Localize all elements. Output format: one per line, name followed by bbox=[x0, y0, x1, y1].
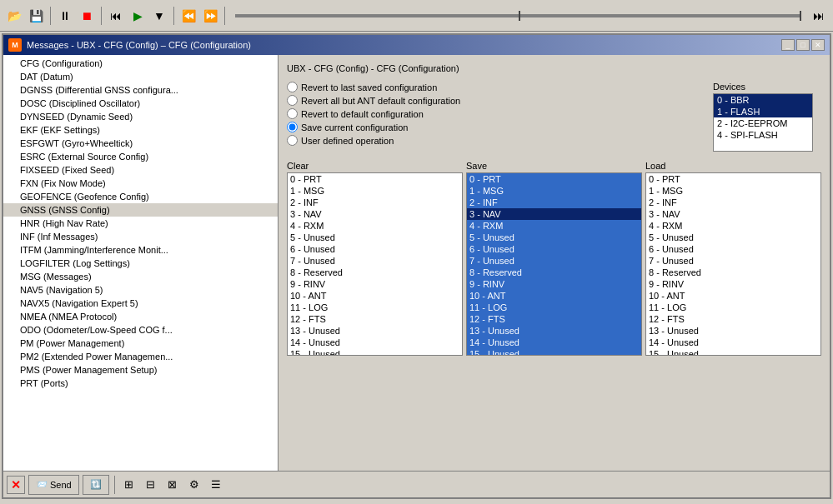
clear-item-12[interactable]: 12 - FTS bbox=[288, 313, 462, 325]
step-back-icon[interactable]: ⏮ bbox=[107, 7, 125, 25]
radio-revert-last[interactable] bbox=[287, 82, 298, 92]
clear-item-7[interactable]: 7 - Unused bbox=[288, 255, 462, 267]
save-list[interactable]: 0 - PRT 1 - MSG 2 - INF 3 - NAV 4 - RXM … bbox=[466, 172, 642, 356]
save-icon[interactable]: 💾 bbox=[27, 7, 45, 25]
nav-item-ekf[interactable]: EKF (EKF Settings) bbox=[3, 123, 278, 137]
load-list[interactable]: 0 - PRT 1 - MSG 2 - INF 3 - NAV 4 - RXM … bbox=[645, 172, 821, 356]
fast-forward-icon[interactable]: ⏩ bbox=[201, 7, 219, 25]
radio-revert-ant[interactable] bbox=[287, 95, 298, 106]
nav-item-pm[interactable]: PM (Power Management) bbox=[3, 337, 278, 350]
nav-item-dat[interactable]: DAT (Datum) bbox=[3, 70, 278, 83]
close-button[interactable]: ✕ bbox=[811, 39, 825, 51]
load-item-8[interactable]: 8 - Reserved bbox=[646, 267, 820, 278]
save-item-11[interactable]: 11 - LOG bbox=[467, 302, 641, 313]
play-icon[interactable]: ▶ bbox=[128, 7, 147, 25]
load-item-6[interactable]: 6 - Unused bbox=[646, 243, 820, 255]
clear-item-10[interactable]: 10 - ANT bbox=[288, 290, 462, 302]
radio-save-current[interactable] bbox=[287, 122, 298, 132]
nav-item-gnss[interactable]: GNSS (GNSS Config) bbox=[3, 203, 278, 217]
save-item-13[interactable]: 13 - Unused bbox=[467, 325, 641, 337]
save-item-15[interactable]: 15 - Unused bbox=[467, 348, 641, 356]
device-item-i2c[interactable]: 2 - I2C-EEPROM bbox=[714, 117, 812, 129]
nav-item-esrc[interactable]: ESRC (External Source Config) bbox=[3, 150, 278, 163]
clear-item-4[interactable]: 4 - RXM bbox=[288, 220, 462, 232]
pause-icon[interactable]: ⏸ bbox=[56, 7, 74, 25]
clear-item-5[interactable]: 5 - Unused bbox=[288, 232, 462, 243]
save-item-3[interactable]: 3 - NAV bbox=[467, 208, 641, 220]
save-item-9[interactable]: 9 - RINV bbox=[467, 278, 641, 290]
nav-item-prt[interactable]: PRT (Ports) bbox=[3, 377, 278, 390]
nav-item-fxn[interactable]: FXN (Fix Now Mode) bbox=[3, 177, 278, 190]
clear-item-6[interactable]: 6 - Unused bbox=[288, 243, 462, 255]
tool-icon-2[interactable]: ⊟ bbox=[142, 476, 160, 494]
nav-item-geofence[interactable]: GEOFENCE (Geofence Config) bbox=[3, 190, 278, 203]
load-item-7[interactable]: 7 - Unused bbox=[646, 255, 820, 267]
nav-item-dosc[interactable]: DOSC (Disciplined Oscillator) bbox=[3, 97, 278, 110]
save-item-10[interactable]: 10 - ANT bbox=[467, 290, 641, 302]
save-item-0[interactable]: 0 - PRT bbox=[467, 173, 641, 185]
dropdown-icon[interactable]: ▼ bbox=[150, 7, 168, 25]
poll-button[interactable]: 🔃 bbox=[83, 475, 109, 495]
clear-item-8[interactable]: 8 - Reserved bbox=[288, 267, 462, 278]
devices-list[interactable]: 0 - BBR 1 - FLASH 2 - I2C-EEPROM 4 - SPI… bbox=[713, 93, 813, 152]
nav-item-msg[interactable]: MSG (Messages) bbox=[3, 270, 278, 283]
send-button[interactable]: 📨 Send bbox=[28, 475, 79, 495]
save-item-14[interactable]: 14 - Unused bbox=[467, 337, 641, 348]
tool-icon-5[interactable]: ☰ bbox=[207, 476, 225, 494]
device-item-flash[interactable]: 1 - FLASH bbox=[714, 106, 812, 117]
nav-item-itfm[interactable]: ITFM (Jamming/Interference Monit... bbox=[3, 243, 278, 257]
save-item-7[interactable]: 7 - Unused bbox=[467, 255, 641, 267]
load-item-2[interactable]: 2 - INF bbox=[646, 197, 820, 208]
radio-revert-default[interactable] bbox=[287, 108, 298, 119]
save-item-4[interactable]: 4 - RXM bbox=[467, 220, 641, 232]
device-item-bbr[interactable]: 0 - BBR bbox=[714, 94, 812, 106]
clear-item-2[interactable]: 2 - INF bbox=[288, 197, 462, 208]
save-item-6[interactable]: 6 - Unused bbox=[467, 243, 641, 255]
save-item-12[interactable]: 12 - FTS bbox=[467, 313, 641, 325]
tool-icon-4[interactable]: ⚙ bbox=[185, 476, 203, 494]
clear-item-1[interactable]: 1 - MSG bbox=[288, 185, 462, 197]
tool-icon-1[interactable]: ⊞ bbox=[120, 476, 138, 494]
clear-item-15[interactable]: 15 - Unused bbox=[288, 348, 462, 356]
clear-item-3[interactable]: 3 - NAV bbox=[288, 208, 462, 220]
load-item-1[interactable]: 1 - MSG bbox=[646, 185, 820, 197]
maximize-button[interactable]: □ bbox=[796, 39, 810, 51]
playback-slider[interactable] bbox=[235, 14, 801, 17]
rewind-icon[interactable]: ⏪ bbox=[179, 7, 198, 25]
clear-list[interactable]: 0 - PRT 1 - MSG 2 - INF 3 - NAV 4 - RXM … bbox=[287, 172, 463, 356]
nav-item-esfgwt[interactable]: ESFGWT (Gyro+Wheeltick) bbox=[3, 137, 278, 150]
load-item-11[interactable]: 11 - LOG bbox=[646, 302, 820, 313]
clear-item-14[interactable]: 14 - Unused bbox=[288, 337, 462, 348]
save-item-5[interactable]: 5 - Unused bbox=[467, 232, 641, 243]
nav-item-nmea[interactable]: NMEA (NMEA Protocol) bbox=[3, 310, 278, 323]
device-item-spi[interactable]: 4 - SPI-FLASH bbox=[714, 129, 812, 141]
clear-item-0[interactable]: 0 - PRT bbox=[288, 173, 462, 185]
load-item-5[interactable]: 5 - Unused bbox=[646, 232, 820, 243]
radio-user-defined[interactable] bbox=[287, 135, 298, 146]
load-item-3[interactable]: 3 - NAV bbox=[646, 208, 820, 220]
clear-item-13[interactable]: 13 - Unused bbox=[288, 325, 462, 337]
tool-icon-3[interactable]: ⊠ bbox=[163, 476, 182, 494]
load-item-0[interactable]: 0 - PRT bbox=[646, 173, 820, 185]
open-icon[interactable]: 📂 bbox=[5, 7, 23, 25]
nav-item-nav5[interactable]: NAV5 (Navigation 5) bbox=[3, 283, 278, 297]
clear-item-11[interactable]: 11 - LOG bbox=[288, 302, 462, 313]
minimize-button[interactable]: _ bbox=[781, 39, 795, 51]
load-item-14[interactable]: 14 - Unused bbox=[646, 337, 820, 348]
save-item-8[interactable]: 8 - Reserved bbox=[467, 267, 641, 278]
nav-item-fixseed[interactable]: FIXSEED (Fixed Seed) bbox=[3, 163, 278, 177]
save-item-2[interactable]: 2 - INF bbox=[467, 197, 641, 208]
load-item-10[interactable]: 10 - ANT bbox=[646, 290, 820, 302]
nav-item-logfilter[interactable]: LOGFILTER (Log Settings) bbox=[3, 257, 278, 270]
nav-item-cfg[interactable]: CFG (Configuration) bbox=[3, 57, 278, 70]
load-item-13[interactable]: 13 - Unused bbox=[646, 325, 820, 337]
nav-item-dynseed[interactable]: DYNSEED (Dynamic Seed) bbox=[3, 110, 278, 123]
nav-item-pm2[interactable]: PM2 (Extended Power Managemen... bbox=[3, 350, 278, 363]
load-item-9[interactable]: 9 - RINV bbox=[646, 278, 820, 290]
nav-item-pms[interactable]: PMS (Power Management Setup) bbox=[3, 363, 278, 377]
load-item-4[interactable]: 4 - RXM bbox=[646, 220, 820, 232]
nav-item-hnr[interactable]: HNR (High Nav Rate) bbox=[3, 217, 278, 230]
clear-item-9[interactable]: 9 - RINV bbox=[288, 278, 462, 290]
nav-item-inf[interactable]: INF (Inf Messages) bbox=[3, 230, 278, 243]
save-item-1[interactable]: 1 - MSG bbox=[467, 185, 641, 197]
